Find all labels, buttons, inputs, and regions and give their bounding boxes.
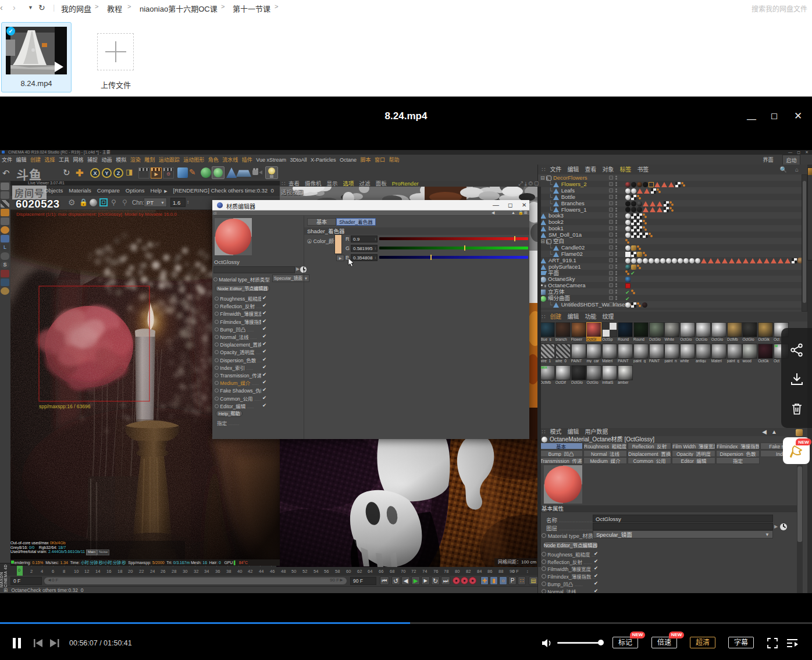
svg-text:网格间距：100 cm: 网格间距：100 cm — [498, 559, 537, 565]
svg-text:Displacement (1/1): max displa: Displacement (1/1): max displacement: [O… — [16, 212, 177, 217]
svg-text:spp/maxspp:16 / 63696: spp/maxspp:16 / 63696 — [39, 404, 91, 409]
